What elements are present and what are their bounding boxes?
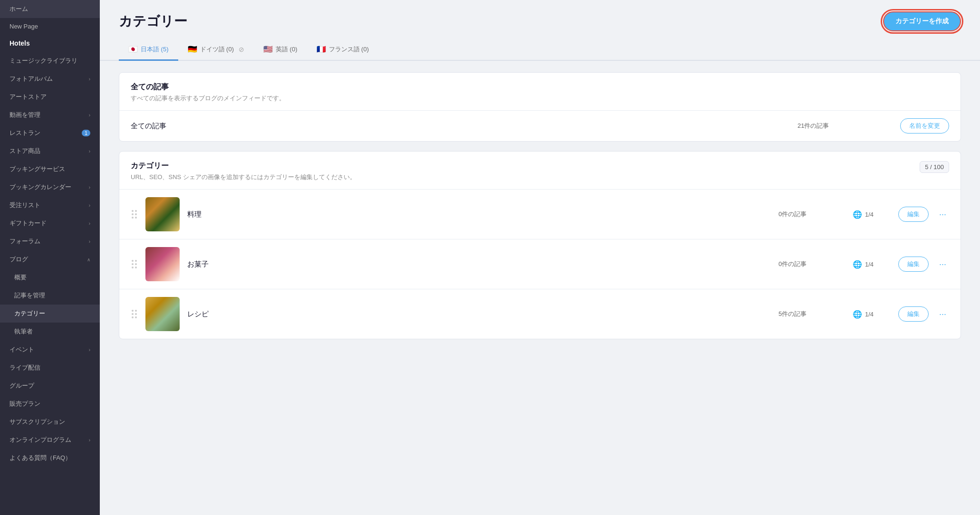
chevron-icon-gift-card: › <box>89 221 90 226</box>
sidebar-item-label-blog-categories: カテゴリー <box>14 309 45 318</box>
sidebar-item-home[interactable]: ホーム <box>0 0 100 18</box>
globe-info-okashi: 🌐1/4 <box>853 260 891 269</box>
sidebar-item-label-groups: グループ <box>10 381 34 390</box>
tab-label-french: フランス語 (0) <box>329 45 369 54</box>
tab-french[interactable]: 🇫🇷フランス語 (0) <box>307 39 379 61</box>
categories-header: カテゴリー URL、SEO、SNS シェアの画像を追加するにはカテゴリーを編集し… <box>119 152 961 190</box>
flag-icon-german: 🇩🇪 <box>188 45 197 54</box>
categories-header-row: カテゴリー URL、SEO、SNS シェアの画像を追加するにはカテゴリーを編集し… <box>131 161 949 181</box>
sidebar-item-label-events: イベント <box>10 345 34 354</box>
more-button-recipe[interactable]: ··· <box>936 308 949 320</box>
category-count-recipe: 5件の記事 <box>778 310 845 318</box>
sidebar-item-hotels[interactable]: Hotels <box>0 35 100 52</box>
drag-handle-recipe[interactable] <box>131 309 138 319</box>
sidebar-item-store-products[interactable]: ストア商品› <box>0 142 100 160</box>
more-button-ryouri[interactable]: ··· <box>936 209 949 220</box>
categories-title: カテゴリー <box>131 161 356 171</box>
sidebar-item-label-photo-album: フォトアルバム <box>10 75 53 83</box>
sidebar-item-art-store[interactable]: アートストア <box>0 88 100 106</box>
sidebar-item-video-manage[interactable]: 動画を管理› <box>0 106 100 124</box>
tab-label-english: 英語 (0) <box>276 45 298 54</box>
categories-header-left: カテゴリー URL、SEO、SNS シェアの画像を追加するにはカテゴリーを編集し… <box>131 161 356 181</box>
sidebar-item-label-video-manage: 動画を管理 <box>10 111 40 119</box>
sidebar-item-order-list[interactable]: 受注リスト› <box>0 196 100 214</box>
sidebar-item-new-page[interactable]: New Page <box>0 18 100 35</box>
sidebar-item-blog-overview[interactable]: 概要 <box>0 268 100 286</box>
sidebar-item-blog[interactable]: ブログ∧ <box>0 250 100 268</box>
category-row-okashi: お菓子0件の記事🌐1/4編集··· <box>119 239 961 289</box>
sidebar-item-groups[interactable]: グループ <box>0 377 100 395</box>
sidebar-item-blog-categories[interactable]: カテゴリー <box>0 305 100 323</box>
sidebar-item-label-home: ホーム <box>10 5 28 13</box>
more-button-okashi[interactable]: ··· <box>936 258 949 270</box>
sidebar-item-label-online-program: オンラインプログラム <box>10 436 71 444</box>
edit-button-okashi[interactable]: 編集 <box>898 257 929 272</box>
sidebar-item-faq[interactable]: よくある質問（FAQ） <box>0 449 100 467</box>
sidebar-item-label-blog-overview: 概要 <box>14 273 27 282</box>
sidebar: ホームNew PageHotelsミュージックライブラリフォトアルバム›アートス… <box>0 0 100 515</box>
globe-text-ryouri: 1/4 <box>865 211 874 218</box>
globe-text-okashi: 1/4 <box>865 261 874 268</box>
drag-handle-ryouri[interactable] <box>131 209 138 219</box>
tab-japanese[interactable]: 🇯🇵日本語 (5) <box>119 39 178 61</box>
category-name-ryouri: 料理 <box>187 210 771 219</box>
sidebar-item-sales-plan[interactable]: 販売プラン <box>0 395 100 413</box>
sidebar-item-gift-card[interactable]: ギフトカード› <box>0 214 100 232</box>
create-category-button[interactable]: カテゴリーを作成 <box>883 11 961 31</box>
sidebar-item-label-booking-service: ブッキングサービス <box>10 165 65 173</box>
sidebar-item-label-blog-authors: 執筆者 <box>14 327 33 336</box>
sidebar-item-forum[interactable]: フォーラム› <box>0 232 100 250</box>
category-name-recipe: レシピ <box>187 310 771 319</box>
sidebar-item-label-subscription: サブスクリプション <box>10 418 65 426</box>
sidebar-item-label-blog: ブログ <box>10 255 28 264</box>
sidebar-item-restaurant[interactable]: レストラン1 <box>0 124 100 142</box>
sidebar-item-label-forum: フォーラム <box>10 237 40 246</box>
tab-german[interactable]: 🇩🇪ドイツ語 (0)⊘ <box>178 39 254 61</box>
chevron-icon-events: › <box>89 347 90 353</box>
page-header: カテゴリー カテゴリーを作成 <box>100 0 980 39</box>
tab-english[interactable]: 🇺🇸英語 (0) <box>254 39 307 61</box>
chevron-icon-store-products: › <box>89 149 90 154</box>
chevron-icon-online-program: › <box>89 438 90 443</box>
content-area: 全ての記事 すべての記事を表示するブログのメインフィードです。 全ての記事 21… <box>100 61 980 351</box>
sidebar-item-label-blog-articles: 記事を管理 <box>14 291 45 300</box>
sidebar-item-label-restaurant: レストラン <box>10 129 40 137</box>
sidebar-item-subscription[interactable]: サブスクリプション <box>0 413 100 431</box>
categories-card: カテゴリー URL、SEO、SNS シェアの画像を追加するにはカテゴリーを編集し… <box>119 151 961 339</box>
page-title: カテゴリー <box>119 12 187 30</box>
language-tabs: 🇯🇵日本語 (5)🇩🇪ドイツ語 (0)⊘🇺🇸英語 (0)🇫🇷フランス語 (0) <box>100 39 980 61</box>
categories-counter: 5 / 100 <box>920 161 949 173</box>
sidebar-item-booking-calendar[interactable]: ブッキングカレンダー› <box>0 178 100 196</box>
globe-info-recipe: 🌐1/4 <box>853 310 891 319</box>
sidebar-item-label-new-page: New Page <box>10 23 38 30</box>
rename-button[interactable]: 名前を変更 <box>900 118 949 134</box>
sidebar-item-music-library[interactable]: ミュージックライブラリ <box>0 52 100 70</box>
sidebar-item-label-live-stream: ライブ配信 <box>10 363 40 372</box>
category-count-okashi: 0件の記事 <box>778 260 845 268</box>
main-content: カテゴリー カテゴリーを作成 🇯🇵日本語 (5)🇩🇪ドイツ語 (0)⊘🇺🇸英語 … <box>100 0 980 515</box>
category-count-ryouri: 0件の記事 <box>778 210 845 219</box>
globe-icon-ryouri: 🌐 <box>853 210 862 219</box>
sidebar-item-online-program[interactable]: オンラインプログラム› <box>0 431 100 449</box>
edit-button-ryouri[interactable]: 編集 <box>898 207 929 222</box>
sidebar-item-blog-authors[interactable]: 執筆者 <box>0 323 100 341</box>
eye-icon-german[interactable]: ⊘ <box>239 46 244 53</box>
flag-icon-japanese: 🇯🇵 <box>128 45 138 54</box>
sidebar-item-events[interactable]: イベント› <box>0 341 100 359</box>
all-articles-row-count: 21件の記事 <box>797 122 893 130</box>
sidebar-item-blog-articles[interactable]: 記事を管理 <box>0 286 100 305</box>
all-articles-title: 全ての記事 <box>131 82 949 92</box>
sidebar-item-label-art-store: アートストア <box>10 93 47 101</box>
sidebar-item-booking-service[interactable]: ブッキングサービス <box>0 160 100 178</box>
categories-subtitle: URL、SEO、SNS シェアの画像を追加するにはカテゴリーを編集してください。 <box>131 173 356 181</box>
chevron-icon-booking-calendar: › <box>89 185 90 190</box>
edit-button-recipe[interactable]: 編集 <box>898 306 929 322</box>
category-image-recipe <box>145 297 180 331</box>
all-articles-row: 全ての記事 21件の記事 名前を変更 <box>119 111 961 141</box>
sidebar-item-photo-album[interactable]: フォトアルバム› <box>0 70 100 88</box>
sidebar-item-live-stream[interactable]: ライブ配信 <box>0 359 100 377</box>
chevron-icon-forum: › <box>89 239 90 244</box>
drag-handle-okashi[interactable] <box>131 259 138 269</box>
category-row-ryouri: 料理0件の記事🌐1/4編集··· <box>119 190 961 239</box>
sidebar-item-label-order-list: 受注リスト <box>10 201 40 210</box>
